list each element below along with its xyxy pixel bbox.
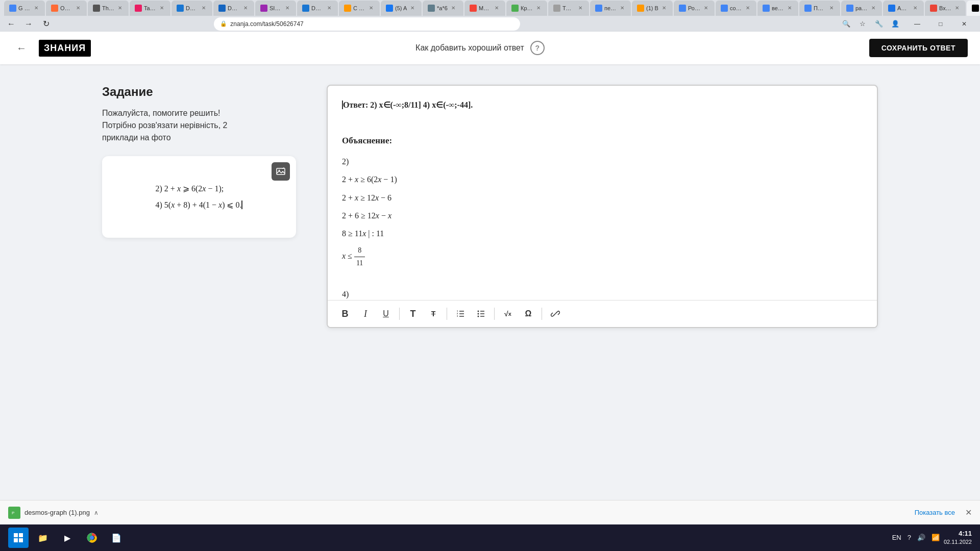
language-indicator[interactable]: EN [892,534,901,541]
problem-line1: 2) 2 + x ⩾ 6(2x − 1); [156,181,243,197]
omega-button[interactable]: Ω [519,305,537,323]
file-explorer-icon: 📁 [37,532,49,544]
italic-button[interactable]: I [356,305,375,323]
help-tray-icon[interactable]: ? [908,534,911,541]
tab-17[interactable]: Роас...✕ [674,1,715,16]
taskbar-file-manager[interactable]: 📄 [106,528,127,548]
image-expand-icon[interactable] [272,162,290,181]
tab-20[interactable]: Пред...✕ [799,1,840,16]
minimize-button[interactable]: — [905,17,929,31]
tab-4[interactable]: Taon...✕ [130,1,170,16]
tab-22[interactable]: Анд...✕ [883,1,924,16]
task-desc-line3: приклади на фото [102,132,296,144]
account-icon[interactable]: 👤 [888,17,902,31]
step2-fraction-line: x ≤ 811 [342,244,863,269]
tab-12[interactable]: Math✕ [464,1,505,16]
taskbar-file-explorer[interactable]: 📁 [33,528,53,548]
window-controls: — □ ✕ [905,17,976,31]
ordered-list-button[interactable]: 123 [451,305,470,323]
step2-line1: 2 + x ≥ 6(2x − 1) [342,172,863,186]
extensions-icon[interactable]: 🔧 [872,17,886,31]
tab-21[interactable]: ран...✕ [841,1,882,16]
step4-label: 4) [342,287,863,300]
svg-rect-0 [277,168,285,174]
tab-13[interactable]: Крос...✕ [506,1,547,16]
tab-18[interactable]: соот...✕ [716,1,756,16]
network-icon[interactable]: 📶 [932,534,940,541]
taskbar-chrome[interactable] [82,528,102,548]
editor-content[interactable]: Ответ: 2) x∈(-∞;8/11] 4) x∈(-∞;-44]. Объ… [328,86,877,300]
address-bar-row: ← → ↻ 🔒 znanja.com/task/50626747 🔍 ☆ 🔧 👤… [0,16,980,32]
lock-icon: 🔒 [220,20,227,27]
system-clock[interactable]: 4:11 02.11.2022 [944,529,972,546]
tab-3[interactable]: The ...✕ [88,1,129,16]
svg-rect-17 [14,533,18,537]
math-button[interactable]: √x [499,305,517,323]
svg-rect-19 [14,538,18,542]
editor-toolbar: B I U T T 123 √x Ω [328,300,877,327]
tab-15[interactable]: перс...✕ [590,1,631,16]
tab-10[interactable]: (5) A✕ [381,1,422,16]
toolbar-divider-1 [399,308,400,320]
bookmark-icon[interactable]: ☆ [855,17,870,31]
close-button[interactable]: ✕ [952,17,976,31]
svg-text:3: 3 [457,315,458,317]
tab-7[interactable]: SINC✕ [255,1,296,16]
maximize-button[interactable]: □ [929,17,952,31]
toolbar-divider-2 [447,308,447,320]
download-close-button[interactable]: ✕ [965,508,972,517]
task-image-container: 2) 2 + x ⩾ 6(2x − 1); 4) 5(x + 8) + 4(1 … [102,156,296,238]
logo: ЗНАНИЯ [39,40,91,57]
toolbar-divider-3 [494,308,495,320]
step2-label: 2) [342,155,863,168]
volume-icon[interactable]: 🔊 [917,534,925,541]
text-style-button-1[interactable]: T [404,305,422,323]
tab-6[interactable]: Dee...✕ [213,1,254,16]
page-header: ← ЗНАНИЯ Как добавить хороший ответ ? СО… [0,32,980,64]
tab-24-active[interactable]: znania...✕ [967,1,980,16]
link-button[interactable] [546,305,565,323]
tab-2[interactable]: Онл...✕ [46,1,87,16]
task-desc-line2: Потрібно розв'язати нерівність, 2 [102,119,296,132]
back-nav-button[interactable]: ← [4,17,18,31]
toolbar-divider-4 [542,308,542,320]
task-title: Задание [102,85,296,99]
download-bar: P desmos-graph (1).png ∧ Показать все ✕ [0,500,980,524]
save-answer-button[interactable]: СОХРАНИТЬ ОТВЕТ [869,39,968,57]
problem-line2: 4) 5(x + 8) + 4(1 − x) ⩽ 0. [156,197,243,213]
tab-bar: G e - П✕ Онл...✕ The ...✕ Taon...✕ Dee..… [0,0,980,16]
tab-1[interactable]: G e - П✕ [4,1,45,16]
reload-button[interactable]: ↻ [39,17,53,31]
svg-line-14 [554,312,557,315]
tab-14[interactable]: Тыкс...✕ [548,1,589,16]
zoom-icon[interactable]: 🔍 [839,17,853,31]
taskbar-media-player[interactable]: ▶ [57,528,78,548]
download-filename: desmos-graph (1).png [24,509,90,516]
tab-19[interactable]: верт...✕ [757,1,798,16]
file-manager-icon: 📄 [110,532,122,544]
unordered-list-button[interactable] [472,305,490,323]
tab-8[interactable]: Dee...✕ [297,1,338,16]
editor-container: Ответ: 2) x∈(-∞;8/11] 4) x∈(-∞;-44]. Объ… [327,85,878,328]
tab-23[interactable]: Вход...✕ [925,1,966,16]
back-button[interactable]: ← [12,39,31,57]
download-chevron-icon[interactable]: ∧ [94,509,99,516]
text-style-button-2[interactable]: T [424,305,443,323]
how-to-link[interactable]: Как добавить хороший ответ [415,43,524,53]
bold-button[interactable]: B [336,305,354,323]
clock-time: 4:11 [944,529,972,538]
browser-controls: 🔍 ☆ 🔧 👤 [839,17,902,31]
forward-nav-button[interactable]: → [21,17,36,31]
start-button[interactable] [8,528,29,548]
tab-11[interactable]: *a*6✕ [423,1,463,16]
taskbar-right: EN ? 🔊 📶 4:11 02.11.2022 [892,529,972,546]
tab-16[interactable]: (1) В✕ [632,1,673,16]
tab-5[interactable]: Dee...✕ [172,1,212,16]
help-icon[interactable]: ? [530,41,545,55]
address-bar[interactable]: 🔒 znanja.com/task/50626747 [214,17,520,31]
task-description: Пожалуйста, помогите решить! Потрібно ро… [102,107,296,144]
main-content: Задание Пожалуйста, помогите решить! Пот… [0,64,980,370]
show-all-button[interactable]: Показать все [915,509,955,516]
tab-9[interactable]: C C...✕ [339,1,380,16]
underline-button[interactable]: U [377,305,395,323]
